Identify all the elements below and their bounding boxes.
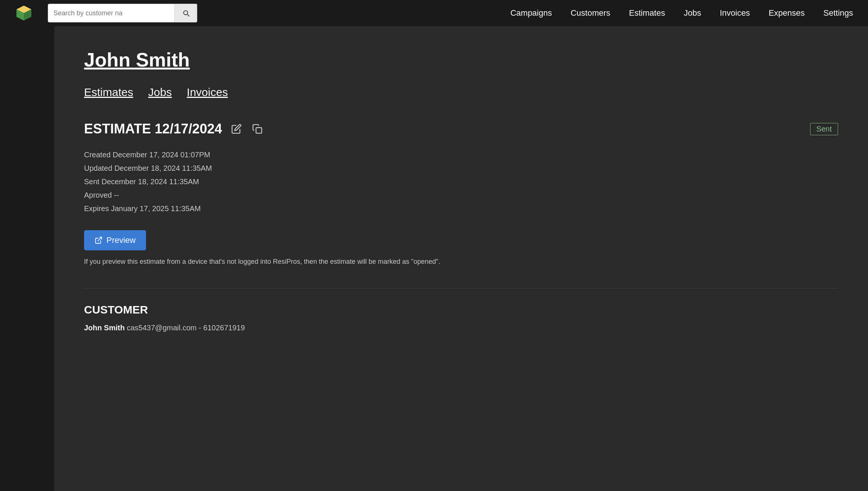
edit-button[interactable]: [230, 122, 243, 136]
nav-links: Campaigns Customers Estimates Jobs Invoi…: [510, 8, 853, 18]
preview-button[interactable]: Preview: [84, 230, 146, 250]
customer-contact-info: John Smith cas5437@gmail.com - 610267191…: [84, 324, 838, 332]
external-link-icon: [94, 236, 103, 244]
navbar: Campaigns Customers Estimates Jobs Invoi…: [0, 0, 868, 26]
sidebar: [0, 26, 54, 491]
svg-rect-3: [256, 128, 261, 133]
nav-link-settings[interactable]: Settings: [824, 8, 853, 18]
expires-date: Expires January 17, 2025 11:35AM: [84, 202, 838, 215]
nav-link-campaigns[interactable]: Campaigns: [510, 8, 552, 18]
nav-link-expenses[interactable]: Expenses: [769, 8, 805, 18]
logo: [15, 4, 33, 22]
search-area: [48, 4, 197, 22]
customer-phone: 6102671919: [203, 324, 245, 332]
edit-icon: [231, 124, 242, 134]
search-icon: [182, 9, 190, 17]
estimate-title-area: ESTIMATE 12/17/2024: [84, 121, 264, 137]
copy-icon: [252, 124, 263, 134]
main-content: John Smith Estimates Jobs Invoices ESTIM…: [54, 26, 868, 491]
created-date: Created December 17, 2024 01:07PM: [84, 148, 838, 161]
estimate-metadata: Created December 17, 2024 01:07PM Update…: [84, 148, 838, 215]
search-button[interactable]: [175, 4, 197, 22]
estimate-header: ESTIMATE 12/17/2024 Sent: [84, 121, 838, 137]
estimate-title: ESTIMATE 12/17/2024: [84, 121, 222, 137]
customer-email: cas5437@gmail.com: [127, 324, 196, 332]
sub-nav-estimates[interactable]: Estimates: [84, 86, 133, 99]
status-badge: Sent: [810, 123, 838, 135]
nav-link-invoices[interactable]: Invoices: [720, 8, 750, 18]
logo-icon: [15, 4, 33, 22]
sub-nav: Estimates Jobs Invoices: [84, 86, 838, 99]
sent-date: Sent December 18, 2024 11:35AM: [84, 175, 838, 188]
updated-date: Updated December 18, 2024 11:35AM: [84, 161, 838, 175]
sub-nav-jobs[interactable]: Jobs: [148, 86, 172, 99]
estimate-section: ESTIMATE 12/17/2024 Sent: [84, 121, 838, 266]
nav-link-customers[interactable]: Customers: [571, 8, 610, 18]
customer-section: CUSTOMER John Smith cas5437@gmail.com - …: [84, 303, 838, 332]
sub-nav-invoices[interactable]: Invoices: [187, 86, 228, 99]
copy-button[interactable]: [251, 122, 264, 136]
preview-button-label: Preview: [106, 235, 136, 245]
nav-link-jobs[interactable]: Jobs: [684, 8, 701, 18]
customer-name-heading[interactable]: John Smith: [84, 49, 838, 71]
svg-line-4: [98, 237, 102, 241]
customer-full-name: John Smith: [84, 324, 125, 332]
preview-note: If you preview this estimate from a devi…: [84, 258, 838, 266]
customer-section-title: CUSTOMER: [84, 303, 838, 316]
nav-link-estimates[interactable]: Estimates: [629, 8, 665, 18]
customer-separator: -: [199, 324, 203, 332]
approved-date: Aproved --: [84, 188, 838, 202]
divider: [84, 288, 838, 288]
search-input[interactable]: [48, 4, 175, 22]
